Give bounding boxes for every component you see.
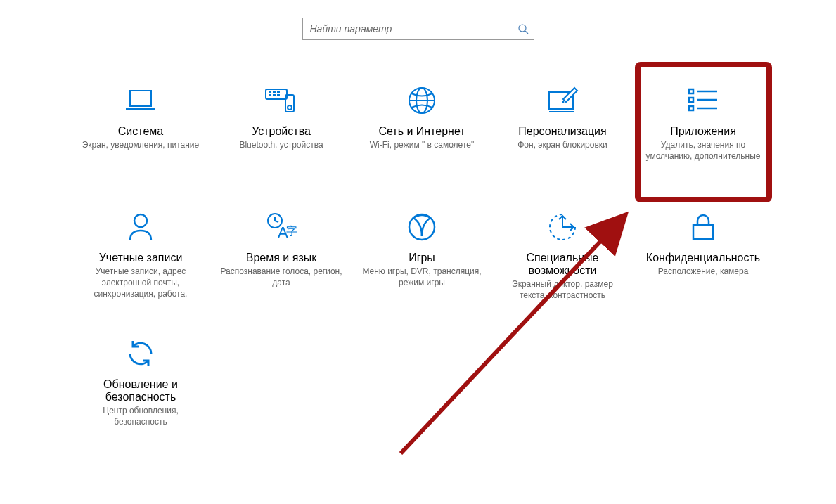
category-desc: Распознавание голоса, регион, дата <box>217 266 346 288</box>
lock-icon <box>638 207 768 246</box>
category-time-language[interactable]: A 字 Время и язык Распознавание голоса, р… <box>211 193 352 320</box>
update-icon <box>76 334 205 373</box>
category-title: Устройства <box>217 125 346 138</box>
search-input[interactable] <box>302 18 534 40</box>
time-language-icon: A 字 <box>217 207 346 246</box>
category-title: Учетные записи <box>76 252 205 264</box>
category-apps[interactable]: Приложения Удалить, значения по умолчани… <box>633 67 773 193</box>
category-ease-of-access[interactable]: Специальные возможности Экранный диктор,… <box>492 193 633 320</box>
category-devices[interactable]: Устройства Bluetooth, устройства <box>211 67 352 193</box>
category-title: Система <box>76 125 205 138</box>
category-title: Конфиденциальность <box>638 252 768 264</box>
settings-categories-grid: Система Экран, уведомления, питание Устр… <box>70 67 773 446</box>
person-icon <box>76 207 205 246</box>
category-desc: Фон, экран блокировки <box>498 139 627 150</box>
svg-line-28 <box>275 221 278 222</box>
ease-of-access-icon <box>498 207 627 246</box>
svg-rect-23 <box>689 106 693 110</box>
svg-rect-34 <box>693 225 713 239</box>
svg-point-12 <box>288 105 292 110</box>
category-desc: Экранный диктор, размер текста, контраст… <box>498 278 627 301</box>
category-personalization[interactable]: Персонализация Фон, экран блокировки <box>492 67 633 193</box>
category-system[interactable]: Система Экран, уведомления, питание <box>70 67 211 193</box>
svg-point-18 <box>562 101 565 103</box>
category-update-security[interactable]: Обновление и безопасность Центр обновлен… <box>70 320 211 446</box>
category-desc: Удалить, значения по умолчанию, дополнит… <box>638 139 768 162</box>
globe-icon <box>357 81 487 119</box>
category-title: Специальные возможности <box>498 252 627 277</box>
laptop-icon <box>76 81 205 119</box>
category-desc: Меню игры, DVR, трансляция, режим игры <box>357 266 487 288</box>
category-title: Персонализация <box>498 125 627 138</box>
category-desc: Расположение, камера <box>638 266 768 277</box>
category-title: Сеть и Интернет <box>357 125 487 138</box>
category-desc: Учетные записи, адрес электронной почты,… <box>76 266 205 300</box>
category-title: Время и язык <box>217 252 346 264</box>
svg-rect-2 <box>130 91 151 106</box>
svg-point-25 <box>134 214 147 227</box>
personalization-icon <box>498 81 627 119</box>
apps-list-icon <box>638 81 768 119</box>
devices-icon <box>217 81 346 119</box>
category-desc: Bluetooth, устройства <box>217 139 346 150</box>
category-gaming[interactable]: Игры Меню игры, DVR, трансляция, режим и… <box>352 193 492 320</box>
settings-search[interactable] <box>302 18 534 40</box>
category-title: Игры <box>357 252 487 264</box>
xbox-icon <box>357 207 487 246</box>
category-desc: Экран, уведомления, питание <box>76 139 205 150</box>
category-desc: Центр обновления, безопасность <box>76 405 205 427</box>
category-desc: Wi-Fi, режим " в самолете" <box>357 139 487 150</box>
category-accounts[interactable]: Учетные записи Учетные записи, адрес эле… <box>70 193 211 320</box>
category-network[interactable]: Сеть и Интернет Wi-Fi, режим " в самолет… <box>352 67 492 193</box>
category-title: Обновление и безопасность <box>76 378 205 403</box>
svg-rect-19 <box>689 89 693 93</box>
svg-rect-21 <box>689 98 693 102</box>
category-title: Приложения <box>638 125 768 138</box>
svg-text:字: 字 <box>286 225 297 237</box>
category-privacy[interactable]: Конфиденциальность Расположение, камера <box>633 193 773 320</box>
